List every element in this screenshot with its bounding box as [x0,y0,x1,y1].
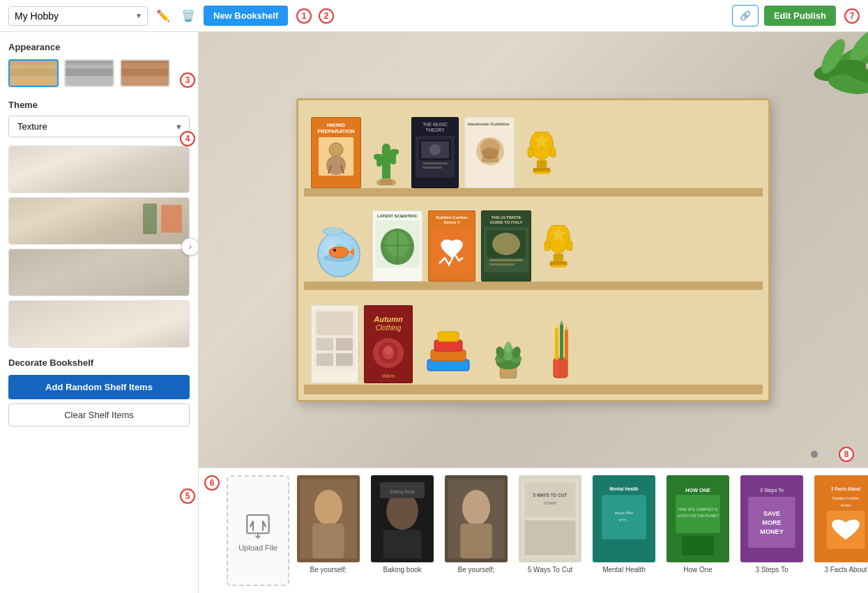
book-latest-scientific[interactable]: LATEST SCIENTIFIC [372,210,422,282]
svg-text:Baking Book: Baking Book [390,489,416,495]
delete-hobby-button[interactable]: 🗑️ [178,6,198,25]
bookshelf-unit: HIKING PREPARATION [296,98,770,402]
book-card-0[interactable]: Be yourself; [294,475,363,586]
decoration-cactus [370,130,403,188]
texture-2[interactable] [8,197,190,245]
svg-point-38 [323,228,343,235]
annotation-7: 7 [844,8,860,24]
svg-point-7 [329,143,343,157]
theme-label: Theme [8,100,190,110]
texture-grid: › [8,146,190,348]
appearance-swatches [8,59,190,87]
decoration-trophy-2 [540,216,577,282]
book-card-3[interactable]: 5 WAYS TO CUT DOWN 5 Ways To Cut [515,475,585,586]
book-title-7: 3 Facts About [824,565,867,574]
edit-hobby-button[interactable]: ✏️ [153,6,173,25]
svg-rect-62 [317,311,353,335]
svg-rect-86 [560,325,563,360]
book-music-theory[interactable]: THE MUSIC THEORY [411,117,459,188]
book-handmade-guideline[interactable]: Handmade Guideline [464,117,515,188]
add-random-button[interactable]: Add Random Shelf Items [8,375,190,399]
svg-rect-28 [482,157,498,162]
clear-shelf-button[interactable]: Clear Shelf Items [8,403,190,426]
book-card-6[interactable]: 3 Steps To SAVE MORE MONEY 3 Steps To [737,475,807,586]
theme-select-wrapper: Texture Color Image ▼ [8,116,190,137]
svg-text:Music Plan: Music Plan [615,511,634,515]
page-dot-1[interactable] [811,451,818,458]
svg-rect-97 [312,523,344,558]
annotation-5: 5 [180,488,195,504]
book-card-4[interactable]: Mental Health Music Plan of Yr... Mental… [589,475,659,586]
svg-rect-122 [682,537,714,555]
svg-rect-23 [422,167,442,169]
svg-rect-32 [537,160,547,168]
upload-button[interactable]: Upload File [227,475,289,586]
svg-marker-87 [560,320,563,325]
svg-rect-107 [525,482,576,517]
svg-point-21 [429,144,441,155]
svg-point-42 [333,249,336,252]
svg-rect-58 [554,254,563,261]
swatch-gray[interactable] [64,59,114,87]
svg-text:Mental Health: Mental Health [609,486,638,491]
book-autumn-clothing[interactable]: Autumn Clothing Warm [364,305,413,383]
svg-text:HOW SITE COMPOST IS: HOW SITE COMPOST IS [678,507,718,511]
svg-rect-57 [568,241,572,251]
svg-text:MONEY: MONEY [760,528,783,535]
book-title-3: 5 Ways To Cut [528,565,572,574]
svg-rect-66 [336,353,353,366]
svg-rect-105 [460,523,492,558]
book-card-5[interactable]: HOW ONE HOW SITE COMPOST IS GOOD FOR THE… [663,475,733,586]
sidebar: 3 Appearance Theme 4 Texture Color Image… [0,32,199,593]
swatch-tan[interactable] [8,59,59,87]
annotation-6: 6 [204,475,220,491]
bottom-shelf: 6 Upload File [199,468,868,593]
svg-text:HOW ONE: HOW ONE [685,487,710,493]
hobby-select[interactable]: My Hobby [8,6,148,26]
texture-4[interactable] [8,300,190,348]
texture-1[interactable] [8,146,190,193]
upload-label: Upload File [238,544,277,552]
book-card-2[interactable]: Be yourself; [441,475,511,586]
book-card-1[interactable]: Baking Book Baking book [367,475,437,586]
swatch-brown[interactable] [120,59,170,87]
new-bookshelf-button[interactable]: New Bookshelf [204,6,288,26]
texture-next-button[interactable]: › [181,238,199,256]
svg-rect-14 [376,154,382,167]
book-catalog[interactable] [311,305,358,383]
book-ultimate-italy[interactable]: THE ULTIMATE GUIDE TO ITALY [481,210,531,282]
svg-marker-89 [565,325,568,330]
book-sudden-cardiac[interactable]: Sudden Cardiac Arrest !! [428,210,475,282]
svg-point-96 [314,490,342,525]
svg-rect-100 [383,530,422,558]
svg-text:DOWN: DOWN [544,501,556,505]
annotation-3: 3 [180,72,195,88]
svg-text:3 Steps To: 3 Steps To [760,487,784,493]
link-button[interactable]: 🔗 [732,5,759,26]
book-hiking-preparation[interactable]: HIKING PREPARATION [311,117,361,188]
svg-rect-116 [602,543,646,555]
annotation-1: 1 [296,8,312,24]
svg-rect-53 [489,259,523,261]
appearance-label: Appearance [8,42,190,52]
shelf-row-1: HIKING PREPARATION [304,106,763,197]
annotation-8: 8 [839,447,854,462]
book-card-7[interactable]: 3 Facts About Sudden Cardiac Arrest 3 Fa… [811,475,868,586]
annotation-2: 2 [319,8,334,24]
svg-point-52 [492,233,520,255]
toolbar: My Hobby ▼ ✏️ 🗑️ New Bookshelf 1 2 🔗 Edi… [0,0,868,32]
decorate-label: Decorate Bookshelf [8,357,190,368]
svg-rect-73 [438,332,459,341]
annotation-4: 4 [180,131,195,146]
texture-3[interactable] [8,249,190,296]
decoration-pencils [541,318,580,383]
page-dots: 8 [811,447,854,462]
svg-rect-54 [489,263,515,265]
svg-rect-15 [390,149,396,164]
book-title-1: Baking book [383,565,421,574]
texture-row-2 [8,197,190,245]
page-dot-2[interactable] [822,451,829,458]
edit-publish-button[interactable]: Edit Publish [764,6,836,26]
svg-rect-34 [534,171,549,174]
theme-select[interactable]: Texture Color Image [8,116,190,137]
